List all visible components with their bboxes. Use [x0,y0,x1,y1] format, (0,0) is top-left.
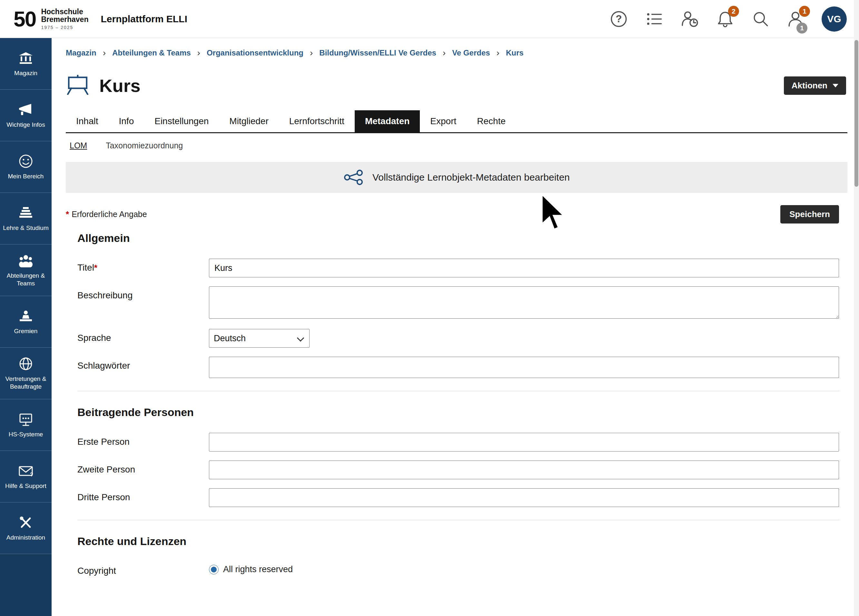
search-icon [751,10,770,28]
sprache-select[interactable]: Deutsch [209,329,309,348]
dritte-person-row: Dritte Person [77,488,839,507]
breadcrumb: Magazin › Abteilungen & Teams › Organisa… [66,48,847,58]
notifications-button[interactable]: 2 [715,9,735,29]
breadcrumb-item-ve-gerdes[interactable]: Ve Gerdes [452,48,490,58]
caret-down-icon [832,84,839,88]
breadcrumb-separator: › [497,48,500,58]
search-button[interactable] [751,9,771,29]
university-logo[interactable]: 50 Hochschule Bremerhaven 1975 – 2025 [0,7,88,31]
titel-row: Titel* [77,259,839,277]
section-divider [77,391,839,391]
committee-icon [19,309,33,324]
beschreibung-row: Beschreibung [77,286,839,320]
breadcrumb-item-magazin[interactable]: Magazin [66,48,97,58]
logo-50-mark: 50 [14,7,36,31]
books-icon [19,205,33,220]
zweite-person-input[interactable] [209,461,839,479]
breadcrumb-item-bildung-wissen[interactable]: Bildung/Wissen/ELLI Ve Gerdes [319,48,436,58]
copyright-option-label: All rights reserved [223,564,293,574]
sidebar-item-hs-systeme[interactable]: HS-Systeme [0,399,52,451]
tools-icon [19,515,33,530]
tab-bar: Inhalt Info Einstellungen Mitglieder Ler… [66,110,847,133]
sidebar-item-wichtige-infos[interactable]: Wichtige Infos [0,90,52,141]
contacts-badge: 1 [799,6,810,17]
section-heading-allgemein: Allgemein [77,232,839,244]
sprache-select-wrap: Deutsch [209,329,309,348]
actions-button[interactable]: Aktionen [784,77,846,95]
dritte-person-input[interactable] [209,488,839,507]
svg-text:?: ? [30,472,33,477]
beschreibung-textarea[interactable] [209,286,839,319]
task-list-button[interactable] [644,9,664,29]
mail-help-icon: ? [19,463,33,478]
svg-text:?: ? [615,13,622,25]
logo-text: Hochschule Bremerhaven 1975 – 2025 [41,8,88,30]
breadcrumb-item-kurs[interactable]: Kurs [506,48,524,58]
banner-label: Vollständige Lernobjekt-Metadaten bearbe… [372,172,570,183]
breadcrumb-separator: › [310,48,313,58]
course-board-icon [66,75,90,96]
tab-inhalt[interactable]: Inhalt [66,110,109,132]
zweite-person-row: Zweite Person [77,461,839,479]
section-divider [77,520,839,520]
sidebar-item-vertretungen[interactable]: Vertretungen & Beauftragte [0,348,52,399]
list-icon [645,10,663,28]
sidebar-item-administration[interactable]: Administration [0,502,52,554]
monitor-icon [19,412,33,427]
subtab-taxonomiezuordnung[interactable]: Taxonomiezuordnung [106,141,183,150]
titel-input[interactable] [209,259,839,277]
sidebar-item-lehre-studium[interactable]: Lehre & Studium [0,193,52,244]
dritte-person-label: Dritte Person [77,488,209,502]
share-nodes-icon [344,170,363,185]
main-sidebar: Magazin Wichtige Infos Mein Bereich Lehr… [0,38,52,616]
tab-export[interactable]: Export [420,110,467,132]
breadcrumb-separator: › [443,48,446,58]
tab-metadaten[interactable]: Metadaten [355,110,420,132]
page-title: Kurs [99,75,141,96]
people-icon [19,253,33,268]
copyright-all-rights-radio[interactable] [209,565,219,574]
subtab-lom[interactable]: LOM [70,141,87,150]
erste-person-row: Erste Person [77,433,839,452]
sidebar-item-magazin[interactable]: Magazin [0,38,52,90]
save-button[interactable]: Speichern [780,205,839,224]
tab-rechte[interactable]: Rechte [467,110,516,132]
erste-person-input[interactable] [209,433,839,452]
sidebar-item-abteilungen-teams[interactable]: Abteilungen & Teams [0,244,52,296]
titel-label: Titel* [77,259,209,273]
required-note: Erforderliche Angabe [72,210,147,219]
schlagwoerter-label: Schlagwörter [77,357,209,371]
sprache-label: Sprache [77,329,209,343]
main-content: Magazin › Abteilungen & Teams › Organisa… [52,38,854,616]
header-icon-bar: ? [609,6,859,31]
schlagwoerter-row: Schlagwörter [77,357,839,378]
tab-mitglieder[interactable]: Mitglieder [219,110,279,132]
schlagwoerter-input[interactable] [209,357,839,378]
subtab-bar: LOM Taxonomiezuordnung [66,141,847,150]
help-icon: ? [610,10,628,28]
sidebar-item-hilfe-support[interactable]: ? Hilfe & Support [0,451,52,502]
awareness-button[interactable] [680,9,700,29]
required-asterisk: * [66,209,69,219]
breadcrumb-separator: › [103,48,106,58]
required-asterisk: * [94,263,97,272]
user-avatar[interactable]: VG [822,6,847,31]
edit-full-metadata-banner[interactable]: Vollständige Lernobjekt-Metadaten bearbe… [66,162,847,193]
scrollbar[interactable] [854,0,859,616]
breadcrumb-item-organisationsentwicklung[interactable]: Organisationsentwicklung [207,48,303,58]
zweite-person-label: Zweite Person [77,461,209,475]
scrollbar-thumb[interactable] [854,40,858,187]
section-heading-rechte: Rechte und Lizenzen [77,535,839,548]
breadcrumb-item-abteilungen-teams[interactable]: Abteilungen & Teams [112,48,191,58]
page-title-row: Kurs Aktionen [66,75,847,96]
sidebar-item-mein-bereich[interactable]: Mein Bereich [0,141,52,193]
sidebar-item-gremien[interactable]: Gremien [0,296,52,348]
help-button[interactable]: ? [609,9,629,29]
tab-info[interactable]: Info [109,110,144,132]
section-heading-beitragende: Beitragende Personen [77,406,839,419]
tab-einstellungen[interactable]: Einstellungen [144,110,219,132]
app-title: Lernplattform ELLI [101,14,187,25]
bank-icon [19,51,33,66]
tab-lernfortschritt[interactable]: Lernfortschritt [279,110,355,132]
contacts-button[interactable]: 1 1 [786,9,806,29]
